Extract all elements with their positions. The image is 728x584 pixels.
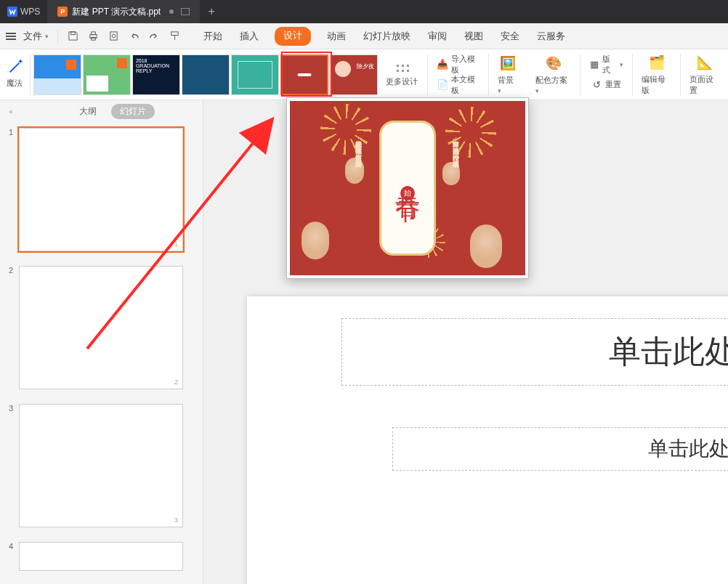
- reset-icon: ↺: [591, 79, 602, 91]
- tab-security[interactable]: 安全: [499, 27, 521, 46]
- lantern-icon: [470, 224, 502, 268]
- outline-tab[interactable]: 大纲: [76, 104, 100, 119]
- thumb-number: 4: [9, 542, 19, 571]
- thumb-preview[interactable]: 2: [19, 266, 183, 389]
- page-setup-label: 页面设置: [689, 74, 719, 96]
- menu-bar: 文件 ▾ 开始 插入 设计 动画 幻灯片放映 审阅 视图 安全 云服务: [0, 23, 728, 49]
- svg-rect-3: [91, 32, 95, 35]
- slide-panel: « 大纲 幻灯片 1 1 2 2 3 3 4: [0, 100, 203, 584]
- tab-design[interactable]: 设计: [275, 27, 311, 46]
- template-thumb-7[interactable]: [330, 54, 378, 95]
- tab-start[interactable]: 开始: [202, 27, 224, 46]
- lantern-icon: [302, 222, 329, 259]
- template-thumb-3[interactable]: 2018 GRADUATION REPLY: [132, 54, 180, 95]
- more-design-label: 更多设计: [386, 76, 418, 87]
- slide-thumb-2[interactable]: 2 2: [9, 266, 194, 389]
- slides-tab[interactable]: 幻灯片: [111, 104, 155, 119]
- preview-title: 春节: [391, 176, 424, 182]
- template-gallery: 2018 GRADUATION REPLY 更多设计: [31, 49, 427, 100]
- thumbnail-list[interactable]: 1 1 2 2 3 3 4: [0, 122, 203, 584]
- app-brand[interactable]: WPS: [0, 0, 47, 23]
- thumb-number: 1: [9, 128, 19, 251]
- reset-label: 重置: [605, 79, 621, 90]
- color-label: 配色方案: [535, 76, 567, 84]
- tab-review[interactable]: 审阅: [426, 27, 448, 46]
- template-icon: 📄: [437, 79, 448, 91]
- slide-thumb-4[interactable]: 4: [9, 542, 194, 571]
- lantern-icon: [442, 162, 460, 185]
- template-thumb-3-year: 2018: [136, 58, 177, 63]
- format-painter-icon[interactable]: [166, 28, 183, 45]
- undo-icon[interactable]: [125, 28, 142, 45]
- titlebar: WPS P 新建 PPT 演示文稿.ppt +: [0, 0, 728, 23]
- palette-icon: 🎨: [545, 54, 562, 72]
- import-template-button[interactable]: 📥 导入模板: [437, 54, 480, 75]
- chevron-down-icon: ▾: [498, 87, 501, 94]
- tab-cloud[interactable]: 云服务: [535, 27, 567, 46]
- file-label: 文件: [23, 30, 42, 43]
- svg-point-6: [112, 34, 116, 38]
- format-button[interactable]: ▦ 版式▾: [589, 54, 623, 75]
- more-design-button[interactable]: 更多设计: [379, 54, 424, 95]
- color-scheme-button[interactable]: 🎨 配色方案 ▾: [527, 49, 579, 100]
- print-preview-icon[interactable]: [105, 28, 122, 45]
- tab-indicator-icon: [169, 9, 174, 14]
- slide-thumb-3[interactable]: 3 3: [9, 404, 194, 527]
- slide-thumb-1[interactable]: 1 1: [9, 128, 194, 251]
- import-icon: 📥: [437, 59, 448, 70]
- side-tabs: « 大纲 幻灯片: [0, 100, 203, 122]
- chevron-down-icon: ▾: [620, 61, 623, 68]
- hamburger-icon[interactable]: [6, 33, 16, 40]
- magic-wand-icon: [7, 60, 22, 75]
- slide[interactable]: 单击此处添加 单击此处添加副: [247, 296, 728, 584]
- save-icon[interactable]: [64, 28, 81, 45]
- local-label: 本文模板: [451, 74, 480, 96]
- preview-content: 戴星先捧祝尧觞，镜里堪惊两鬓霜。好是灯前偷失笑，屠苏应不得先尝 爆竹声中一岁除，…: [290, 101, 525, 275]
- thumb-preview[interactable]: 3: [19, 404, 183, 527]
- thumb-preview[interactable]: [19, 542, 183, 571]
- template-io-group: 📥 导入模板 📄 本文模板: [428, 49, 489, 100]
- edit-master-button[interactable]: 🗂️ 编辑母版: [633, 49, 680, 100]
- template-thumb-1[interactable]: [33, 54, 81, 95]
- tab-restore-icon[interactable]: [181, 8, 190, 15]
- subtitle-placeholder[interactable]: 单击此处添加副: [392, 427, 728, 471]
- collapse-chevron-icon[interactable]: «: [6, 108, 16, 115]
- thumb-preview[interactable]: 1: [19, 128, 183, 251]
- document-tab-label: 新建 PPT 演示文稿.ppt: [72, 6, 161, 18]
- reset-button[interactable]: ↺ 重置: [591, 75, 621, 95]
- magic-button[interactable]: 魔法: [0, 49, 30, 100]
- tab-slideshow[interactable]: 幻灯片放映: [362, 27, 412, 46]
- tab-insert[interactable]: 插入: [238, 27, 260, 46]
- template-thumb-6[interactable]: [280, 54, 328, 95]
- template-thumb-4[interactable]: [182, 54, 230, 95]
- tab-view[interactable]: 视图: [463, 27, 485, 46]
- document-tab[interactable]: P 新建 PPT 演示文稿.ppt: [47, 0, 200, 23]
- thumb-number: 3: [9, 404, 19, 527]
- template-thumb-5[interactable]: [231, 54, 279, 95]
- template-preview-popover: 戴星先捧祝尧觞，镜里堪惊两鬓霜。好是灯前偷失笑，屠苏应不得先尝 爆竹声中一岁除，…: [286, 97, 529, 279]
- title-placeholder[interactable]: 单击此处添加: [341, 318, 728, 386]
- ribbon: 魔法 2018 GRADUATION REPLY 更多设计 📥 导入模板 📄 本…: [0, 49, 728, 100]
- svg-rect-5: [110, 32, 116, 40]
- local-template-button[interactable]: 📄 本文模板: [437, 75, 480, 95]
- svg-rect-7: [171, 32, 177, 36]
- template-thumb-2[interactable]: [83, 54, 131, 95]
- import-label: 导入模板: [451, 54, 480, 76]
- tab-animation[interactable]: 动画: [325, 27, 347, 46]
- redo-icon[interactable]: [145, 28, 163, 45]
- file-menu[interactable]: 文件 ▾: [19, 30, 53, 43]
- wps-logo-icon: [7, 7, 17, 17]
- divider: [57, 30, 58, 43]
- preview-seal: 始: [400, 186, 415, 200]
- chevron-down-icon: ▾: [535, 87, 539, 94]
- ppt-icon: P: [57, 7, 68, 17]
- magic-label: 魔法: [7, 78, 23, 89]
- app-name: WPS: [20, 7, 40, 17]
- background-button[interactable]: 🖼️ 背景 ▾: [489, 49, 527, 100]
- page-setup-icon: 📐: [696, 54, 713, 71]
- new-tab-button[interactable]: +: [200, 5, 223, 18]
- print-icon[interactable]: [84, 28, 102, 45]
- page-setup-button[interactable]: 📐 页面设置: [681, 49, 728, 100]
- layout-group: ▦ 版式▾ ↺ 重置: [581, 49, 632, 100]
- template-thumb-3-sub: GRADUATION REPLY: [136, 63, 177, 73]
